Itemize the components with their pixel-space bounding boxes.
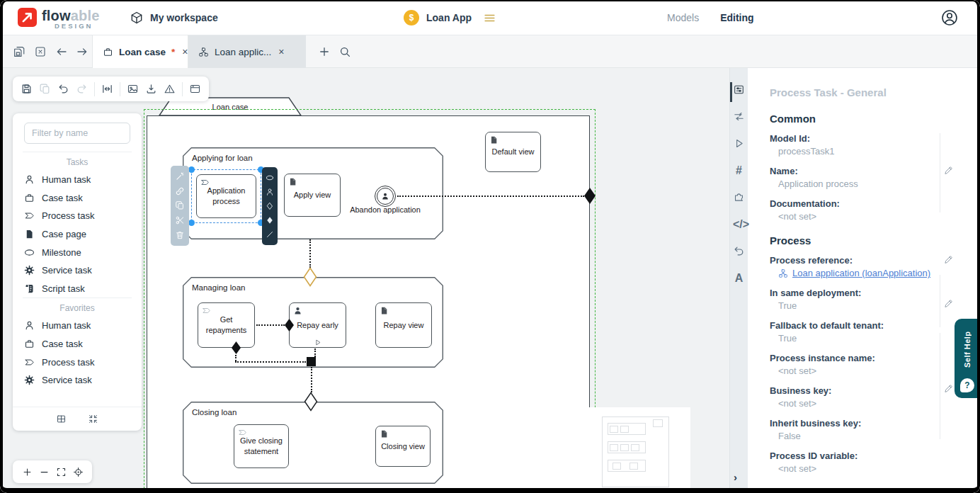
- search-models-button[interactable]: [338, 45, 351, 58]
- hash-icon[interactable]: #: [733, 164, 745, 176]
- process-reference-link[interactable]: Loan application (loanApplication): [792, 268, 930, 278]
- cut-icon[interactable]: [175, 215, 185, 225]
- task-repay-early[interactable]: Repay early: [289, 302, 346, 348]
- exit-criterion-icon[interactable]: [266, 216, 274, 225]
- exit-sentry-square[interactable]: [307, 357, 316, 366]
- crosshair-button[interactable]: [73, 467, 84, 477]
- image-icon[interactable]: [127, 83, 139, 95]
- mapping-icon[interactable]: [733, 110, 745, 123]
- palette-item-case-task[interactable]: Case task: [13, 335, 142, 353]
- fit-width-icon[interactable]: [101, 83, 113, 95]
- copy-icon[interactable]: [175, 200, 185, 210]
- entry-criterion-icon[interactable]: [266, 202, 274, 210]
- warning-icon[interactable]: [164, 83, 176, 95]
- download-icon[interactable]: [145, 83, 157, 95]
- resize-handle[interactable]: [188, 166, 195, 173]
- save-icon[interactable]: [21, 83, 33, 95]
- close-tab-icon[interactable]: ×: [182, 46, 188, 57]
- app-coin-icon: $: [404, 10, 419, 26]
- text-icon[interactable]: A: [733, 272, 745, 284]
- task-repay-view[interactable]: Repay view: [375, 302, 432, 348]
- palette-item-process-task[interactable]: Process task: [13, 207, 142, 225]
- tab-loan-case[interactable]: Loan case * ×: [92, 35, 188, 68]
- edit-common-button[interactable]: [943, 164, 955, 176]
- edit-deployment-button[interactable]: [943, 298, 955, 309]
- history-icon[interactable]: [733, 245, 745, 257]
- entry-sentry[interactable]: [304, 392, 318, 412]
- play-icon[interactable]: [733, 137, 745, 149]
- task-default-view[interactable]: Default view: [485, 132, 541, 172]
- copy-icon[interactable]: [39, 83, 51, 95]
- user-avatar[interactable]: [940, 8, 959, 27]
- process-icon: [24, 357, 35, 368]
- self-help-button[interactable]: Self Help ?: [955, 319, 980, 398]
- palette-item-milestone[interactable]: Milestone: [13, 243, 142, 261]
- task-closing-view[interactable]: Closing view: [375, 426, 431, 467]
- workspace-switcher[interactable]: My workspace: [130, 0, 218, 35]
- entry-sentry-gold[interactable]: [303, 267, 317, 287]
- exit-sentry[interactable]: [583, 187, 596, 205]
- connector-icon[interactable]: [266, 230, 274, 239]
- edit-business-key-button[interactable]: [943, 382, 955, 394]
- app-menu-icon[interactable]: [483, 11, 496, 25]
- delete-icon[interactable]: [175, 230, 185, 240]
- back-button[interactable]: [55, 45, 68, 58]
- properties-title: Process Task - General: [770, 86, 952, 98]
- tab-loan-application[interactable]: Loan applic... ×: [188, 35, 306, 68]
- palette-item-service-task[interactable]: Service task: [13, 371, 142, 390]
- task-give-closing-statement[interactable]: Give closing statement: [234, 424, 289, 468]
- grid-icon[interactable]: [56, 414, 67, 424]
- forward-button[interactable]: [76, 45, 89, 58]
- append-milestone-icon[interactable]: [266, 174, 274, 182]
- palette-item-script-task[interactable]: Script task: [13, 280, 142, 298]
- panel-icon[interactable]: [189, 83, 201, 95]
- minimap[interactable]: [579, 407, 690, 493]
- edit-process-reference-button[interactable]: [943, 254, 955, 265]
- palette-footer: [13, 407, 142, 431]
- entry-sentry[interactable]: [284, 318, 295, 332]
- minus-button[interactable]: [39, 467, 50, 477]
- connector[interactable]: [309, 239, 311, 268]
- palette-item-process-task[interactable]: Process task: [13, 353, 142, 371]
- task-apply-view[interactable]: Apply view: [284, 174, 341, 217]
- topbar: flowable DESIGN My workspace $ Loan App …: [0, 0, 980, 35]
- close-all-button[interactable]: [34, 45, 47, 58]
- code-icon[interactable]: </>: [733, 218, 745, 230]
- nav-models[interactable]: Models: [667, 12, 699, 23]
- exit-sentry[interactable]: [231, 341, 241, 355]
- connector[interactable]: [397, 196, 584, 197]
- fit-screen-button[interactable]: [56, 467, 67, 477]
- append-human-task-icon[interactable]: [266, 188, 274, 196]
- undo-icon[interactable]: [57, 83, 69, 95]
- property-field: Inherit business key:False: [770, 418, 952, 441]
- connector[interactable]: [311, 367, 312, 392]
- redo-icon[interactable]: [76, 83, 88, 95]
- event-listener-abandon[interactable]: [375, 186, 396, 207]
- nav-editing[interactable]: Editing: [720, 12, 753, 23]
- form-icon[interactable]: [733, 84, 745, 96]
- field-value: processTask1: [770, 146, 952, 157]
- diagram-canvas[interactable]: Loan case Default view Applying for loan…: [0, 68, 729, 493]
- palette-item-human-task[interactable]: Human task: [13, 171, 142, 189]
- plus-button[interactable]: [22, 467, 33, 477]
- palette-item-human-task[interactable]: Human task: [13, 317, 142, 335]
- new-tab-button[interactable]: [318, 45, 331, 58]
- connector[interactable]: [256, 324, 285, 326]
- palette-filter-input[interactable]: [24, 123, 130, 144]
- resize-handle[interactable]: [188, 220, 195, 226]
- collapse-panel-chevron[interactable]: ›: [734, 471, 737, 483]
- current-app[interactable]: $ Loan App: [404, 0, 496, 35]
- task-get-repayments[interactable]: Get repayments: [198, 302, 255, 348]
- save-all-button[interactable]: [13, 45, 25, 58]
- palette-item-case-task[interactable]: Case task: [13, 189, 142, 208]
- connector[interactable]: [235, 361, 306, 363]
- connector[interactable]: [235, 355, 237, 361]
- palette-item-case-page[interactable]: Case page: [13, 225, 142, 244]
- connector[interactable]: [314, 348, 316, 357]
- close-tab-icon[interactable]: ×: [278, 46, 284, 57]
- collapse-icon[interactable]: [88, 414, 98, 424]
- palette-item-service-task[interactable]: Service task: [13, 261, 142, 280]
- link-icon[interactable]: [175, 186, 185, 196]
- puzzle-icon[interactable]: [733, 191, 745, 203]
- morph-icon[interactable]: [175, 171, 185, 181]
